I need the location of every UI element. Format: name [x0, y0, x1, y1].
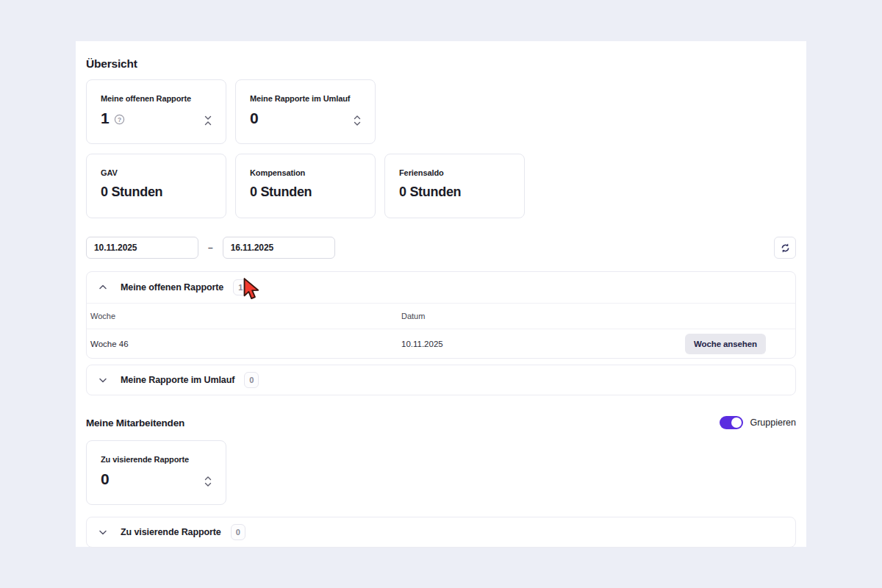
stat-card-value: 0: [250, 110, 258, 127]
stat-card-value: 0 Stunden: [250, 184, 362, 200]
table-row: Woche 46 10.11.2025 Woche ansehen: [87, 329, 795, 358]
date-range-row: –: [86, 237, 796, 259]
stat-card-label: Meine Rapporte im Umlauf: [250, 94, 362, 103]
stat-card-kompensation: Kompensation 0 Stunden: [235, 154, 376, 218]
accordion-reports-to-approve: Zu visierende Rapporte 0: [86, 517, 796, 548]
open-reports-table: Woche Datum Woche 46 10.11.2025 Woche an…: [87, 303, 795, 358]
page-title: Übersicht: [86, 57, 796, 71]
stat-card-row-2: GAV 0 Stunden Kompensation 0 Stunden Fer…: [86, 154, 796, 218]
stat-card-open-reports: Meine offenen Rapporte 1 ?: [86, 79, 226, 144]
accordion-title: Zu visierende Rapporte: [121, 527, 221, 537]
accordion-title: Meine Rapporte im Umlauf: [121, 375, 234, 385]
chevron-down-icon: [98, 529, 107, 535]
stat-card-value: 1: [101, 110, 109, 127]
stat-card-label: GAV: [101, 168, 212, 177]
unfold-more-icon[interactable]: [352, 114, 362, 127]
stat-card-row-3: Zu visierende Rapporte 0: [86, 440, 796, 505]
count-badge: 0: [231, 524, 245, 540]
chevron-up-icon: [98, 284, 107, 290]
stat-card-feriensaldo: Feriensaldo 0 Stunden: [384, 154, 525, 218]
stat-card-value: 0 Stunden: [399, 184, 511, 200]
date-end-input[interactable]: [223, 237, 335, 259]
accordion-reports-to-approve-header[interactable]: Zu visierende Rapporte 0: [87, 517, 795, 547]
main-panel: Übersicht Meine offenen Rapporte 1 ?: [76, 41, 806, 547]
column-header-datum: Datum: [401, 312, 792, 320]
unfold-less-icon[interactable]: [203, 114, 213, 127]
accordion-open-reports-header[interactable]: Meine offenen Rapporte 1: [87, 272, 795, 303]
accordion-open-reports: Meine offenen Rapporte 1 Woche Datum Woc…: [86, 271, 796, 359]
unfold-more-icon[interactable]: [203, 475, 213, 488]
stat-card-label: Zu visierende Rapporte: [101, 455, 212, 464]
refresh-button[interactable]: [774, 237, 796, 259]
help-icon[interactable]: ?: [114, 114, 125, 125]
count-badge: 1: [233, 279, 248, 295]
stat-card-label: Feriensaldo: [399, 168, 511, 177]
employees-section-title: Meine Mitarbeitenden: [86, 417, 184, 429]
stat-card-value: 0 Stunden: [101, 184, 212, 200]
accordion-reports-in-circulation-header[interactable]: Meine Rapporte im Umlauf 0: [87, 365, 795, 395]
date-start-input[interactable]: [86, 237, 198, 259]
stat-card-label: Meine offenen Rapporte: [101, 94, 212, 103]
toggle-knob: [731, 417, 742, 428]
date-range-separator: –: [208, 243, 213, 253]
accordion-reports-in-circulation: Meine Rapporte im Umlauf 0: [86, 365, 796, 395]
stat-card-reports-to-approve: Zu visierende Rapporte 0: [86, 440, 226, 505]
stat-card-row-1: Meine offenen Rapporte 1 ?: [86, 79, 796, 144]
group-toggle[interactable]: [720, 416, 743, 429]
stat-card-gav: GAV 0 Stunden: [86, 154, 226, 218]
stat-card-value: 0: [101, 470, 109, 488]
accordion-title: Meine offenen Rapporte: [121, 282, 223, 293]
week-cell: Woche 46: [90, 340, 401, 348]
date-cell: 10.11.2025: [401, 340, 685, 348]
group-toggle-label: Gruppieren: [750, 417, 796, 428]
view-week-button[interactable]: Woche ansehen: [685, 334, 766, 354]
employees-section-header: Meine Mitarbeitenden Gruppieren: [86, 416, 796, 429]
svg-text:?: ?: [118, 115, 121, 123]
column-header-woche: Woche: [90, 312, 401, 320]
refresh-icon: [780, 243, 791, 254]
chevron-down-icon: [98, 377, 107, 383]
stat-card-label: Kompensation: [250, 168, 362, 177]
count-badge: 0: [244, 372, 259, 388]
table-header-row: Woche Datum: [87, 303, 795, 329]
stat-card-reports-in-circulation: Meine Rapporte im Umlauf 0: [235, 79, 376, 144]
